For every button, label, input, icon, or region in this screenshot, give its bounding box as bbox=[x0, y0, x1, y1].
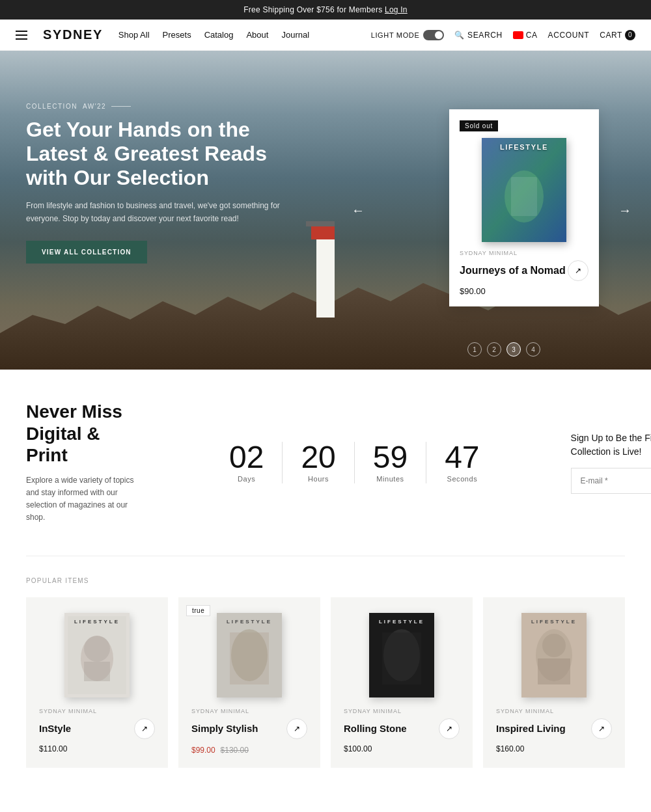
account-button[interactable]: ACCOUNT bbox=[548, 31, 590, 40]
sale-badge-2: true bbox=[186, 605, 210, 616]
hero-arrow-left[interactable]: ← bbox=[352, 203, 365, 218]
hero-arrow-right[interactable]: → bbox=[618, 203, 631, 218]
svg-point-22 bbox=[542, 634, 566, 657]
collection-season: AW'22 bbox=[83, 103, 106, 110]
hero-section: COLLECTION AW'22 Get Your Hands on the L… bbox=[0, 51, 651, 370]
product-brand-1: SYDNAY MINIMAL bbox=[39, 708, 155, 714]
carousel-dot-2[interactable]: 2 bbox=[487, 342, 501, 357]
product-card-3: LIFESTYLE SYDNAY MINIMAL Rolling Stone ↗… bbox=[331, 597, 473, 768]
toggle-switch[interactable] bbox=[423, 30, 444, 40]
product-name-2: Simply Stylish bbox=[191, 723, 258, 734]
product-arrow-button[interactable]: ↗ bbox=[568, 260, 589, 281]
email-input[interactable] bbox=[571, 468, 651, 494]
product-image-2: LIFESTYLE bbox=[217, 613, 282, 697]
header-left: SYDNEY Shop All Presets Catalog About Jo… bbox=[16, 27, 309, 42]
product-original-price-2: $130.00 bbox=[221, 746, 249, 755]
product-image-1: LIFESTYLE bbox=[64, 613, 130, 697]
countdown-section: Never Miss Digital & Print Explore a wid… bbox=[0, 370, 651, 556]
product-name-1: InStyle bbox=[39, 723, 71, 734]
signup-block: Sign Up to Be the First to Know When the… bbox=[540, 431, 651, 494]
account-label: ACCOUNT bbox=[548, 31, 590, 40]
product-link-button-4[interactable]: ↗ bbox=[591, 718, 612, 739]
sold-out-badge: Sold out bbox=[460, 120, 498, 131]
time-unit-seconds: 47 Seconds bbox=[426, 442, 497, 483]
product-name: Journeys of a Nomad bbox=[460, 265, 566, 277]
product-sale-price-2: $99.00 bbox=[191, 746, 215, 755]
nav-item-journal[interactable]: Journal bbox=[281, 30, 309, 40]
announcement-text: Free Shipping Over $756 for Members bbox=[243, 5, 385, 14]
svg-text:LIFESTYLE: LIFESTYLE bbox=[531, 619, 577, 625]
hero-title: Get Your Hands on the Latest & Greatest … bbox=[26, 118, 286, 189]
svg-rect-23 bbox=[538, 658, 570, 684]
nav-item-catalog[interactable]: Catalog bbox=[204, 30, 234, 40]
main-nav: Shop All Presets Catalog About Journal bbox=[118, 30, 309, 40]
country-code: CA bbox=[526, 31, 538, 40]
toggle-knob bbox=[435, 31, 443, 39]
hero-product-card: Sold out LIFESTYLE SYDNAY MINIMAL bbox=[449, 109, 599, 306]
days-label: Days bbox=[238, 475, 255, 483]
seconds-number: 47 bbox=[445, 442, 479, 473]
products-grid: LIFESTYLE SYDNAY MINIMAL InStyle ↗ $110.… bbox=[26, 597, 625, 768]
popular-section: POPULAR ITEMS LIFESTYLE SYDNAY MINIMAL I… bbox=[0, 556, 651, 794]
search-button[interactable]: 🔍 SEARCH bbox=[454, 31, 502, 40]
countdown-subtext: Explore a wide variety of topics and sta… bbox=[26, 474, 143, 524]
product-price: $90.00 bbox=[460, 286, 589, 296]
product-brand: SYDNAY MINIMAL bbox=[460, 250, 589, 256]
light-mode-toggle[interactable]: LIGHT MODE bbox=[371, 30, 445, 40]
lighthouse-illustration bbox=[311, 221, 340, 318]
collection-text: COLLECTION bbox=[26, 103, 77, 110]
time-unit-days: 02 Days bbox=[211, 442, 283, 483]
product-price-4: $160.00 bbox=[496, 744, 612, 753]
product-brand-2: SYDNAY MINIMAL bbox=[191, 708, 307, 714]
countdown-heading: Never Miss Digital & Print bbox=[26, 401, 143, 467]
carousel-dot-4[interactable]: 4 bbox=[526, 342, 540, 357]
carousel-dot-3[interactable]: 3 bbox=[506, 342, 521, 357]
time-unit-hours: 20 Hours bbox=[283, 442, 354, 483]
hours-label: Hours bbox=[308, 475, 329, 483]
carousel-dot-1[interactable]: 1 bbox=[467, 342, 482, 357]
nav-item-about[interactable]: About bbox=[246, 30, 268, 40]
product-image-4: LIFESTYLE bbox=[521, 613, 587, 697]
lighthouse-top bbox=[311, 226, 335, 239]
countdown-timer: 02 Days 20 Hours 59 Minutes 47 Seconds bbox=[211, 442, 498, 483]
header-right: LIGHT MODE 🔍 SEARCH CA ACCOUNT CART 0 bbox=[371, 30, 635, 40]
flag-icon bbox=[513, 31, 523, 39]
site-logo[interactable]: SYDNEY bbox=[43, 27, 103, 42]
svg-rect-18 bbox=[382, 632, 421, 684]
seconds-label: Seconds bbox=[447, 475, 478, 483]
cart-button[interactable]: CART 0 bbox=[600, 30, 635, 40]
product-name-row-3: Rolling Stone ↗ bbox=[344, 718, 460, 739]
product-name-row-4: Inspired Living ↗ bbox=[496, 718, 612, 739]
header: SYDNEY Shop All Presets Catalog About Jo… bbox=[0, 20, 651, 51]
hamburger-button[interactable] bbox=[16, 31, 27, 40]
hero-description: From lifestyle and fashion to business a… bbox=[26, 200, 286, 224]
days-number: 02 bbox=[229, 442, 264, 473]
announcement-link[interactable]: Log In bbox=[385, 5, 408, 14]
nav-item-presets[interactable]: Presets bbox=[163, 30, 191, 40]
minutes-label: Minutes bbox=[376, 475, 404, 483]
lighthouse-cap bbox=[306, 221, 335, 226]
product-link-button-2[interactable]: ↗ bbox=[286, 718, 307, 739]
countdown-text-block: Never Miss Digital & Print Explore a wid… bbox=[26, 401, 169, 524]
search-icon: 🔍 bbox=[454, 31, 465, 40]
svg-point-9 bbox=[84, 636, 110, 662]
product-link-button-3[interactable]: ↗ bbox=[439, 718, 460, 739]
announcement-bar: Free Shipping Over $756 for Members Log … bbox=[0, 0, 651, 20]
nav-item-shop-all[interactable]: Shop All bbox=[118, 30, 150, 40]
product-name-row: Journeys of a Nomad ↗ bbox=[460, 260, 589, 281]
product-name-row-2: Simply Stylish ↗ bbox=[191, 718, 307, 739]
svg-text:LIFESTYLE: LIFESTYLE bbox=[74, 619, 120, 625]
product-link-button-1[interactable]: ↗ bbox=[134, 718, 155, 739]
product-brand-3: SYDNAY MINIMAL bbox=[344, 708, 460, 714]
lighthouse-body bbox=[316, 239, 335, 318]
signup-form: SUBSCRIBE bbox=[571, 468, 651, 494]
product-name-3: Rolling Stone bbox=[344, 723, 407, 734]
product-brand-4: SYDNAY MINIMAL bbox=[496, 708, 612, 714]
view-collection-button[interactable]: VIEW ALL COLLECTION bbox=[26, 241, 147, 264]
hamburger-line bbox=[16, 38, 27, 40]
country-selector[interactable]: CA bbox=[513, 31, 538, 40]
product-price-3: $100.00 bbox=[344, 744, 460, 753]
hero-content: COLLECTION AW'22 Get Your Hands on the L… bbox=[26, 103, 286, 264]
svg-text:LIFESTYLE: LIFESTYLE bbox=[379, 619, 424, 625]
svg-text:LIFESTYLE: LIFESTYLE bbox=[227, 619, 272, 625]
